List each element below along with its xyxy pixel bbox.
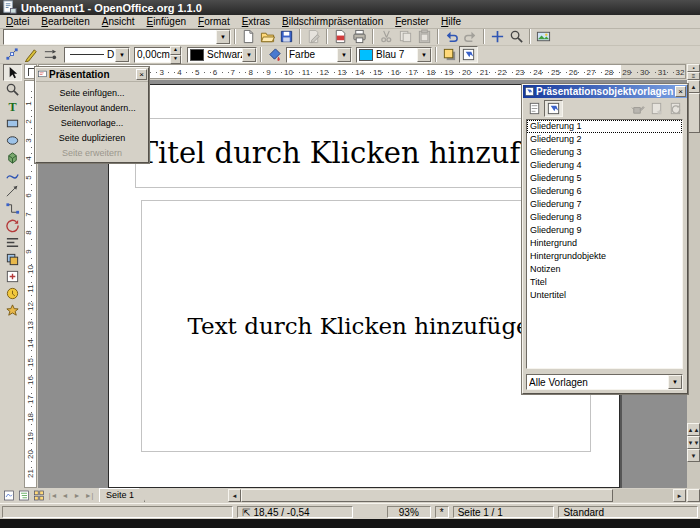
presentation-action-seite-einf-gen[interactable]: Seite einfügen...	[36, 86, 148, 101]
line-color-combobox[interactable]: Schwarz ▼	[187, 47, 257, 63]
scroll-right-button[interactable]: ►	[673, 489, 686, 502]
arrow-style-button[interactable]	[41, 46, 60, 63]
tool-zoom-button[interactable]	[3, 81, 22, 98]
drawing-view-button[interactable]	[2, 489, 16, 501]
style-item[interactable]: Hintergrundobjekte	[527, 250, 682, 263]
line-color-dropdown-button[interactable]: ▼	[242, 48, 256, 62]
status-zoom-field[interactable]: 93%	[387, 506, 431, 518]
presentation-action-seitenlayout-ndern[interactable]: Seitenlayout ändern...	[36, 101, 148, 116]
navigator-button[interactable]	[488, 28, 507, 45]
style-filter-combobox[interactable]: Alle Vorlagen ▼	[526, 374, 683, 390]
url-combobox[interactable]: ▼	[3, 29, 231, 45]
page-tab[interactable]: Seite 1	[99, 488, 145, 502]
gallery-button[interactable]	[534, 28, 553, 45]
open-document-button[interactable]	[258, 28, 277, 45]
copy-button[interactable]	[396, 28, 415, 45]
tool-text-button[interactable]: T	[3, 98, 22, 115]
new-style-from-selection-button[interactable]	[647, 100, 666, 117]
presentation-window-close-button[interactable]: ×	[136, 69, 147, 80]
scroll-left-button[interactable]: ◄	[228, 489, 241, 502]
style-item[interactable]: Untertitel	[527, 289, 682, 302]
tool-rectangle-button[interactable]	[3, 115, 22, 132]
undo-button[interactable]	[442, 28, 461, 45]
tool-effects-button[interactable]	[3, 302, 22, 319]
horizontal-scrollbar-thumb[interactable]	[241, 489, 613, 502]
menu-bildschirmprsentation[interactable]: Bildschirmpräsentation	[276, 16, 389, 28]
line-width-up-button[interactable]: ▲	[170, 46, 181, 55]
menu-einfgen[interactable]: Einfügen	[141, 16, 192, 28]
tool-alignment-button[interactable]	[3, 234, 22, 251]
previous-tab-button[interactable]: ◄	[59, 489, 71, 501]
style-item[interactable]: Gliederung 1	[527, 120, 682, 133]
new-document-button[interactable]	[239, 28, 258, 45]
edit-file-button[interactable]	[304, 28, 323, 45]
vertical-scrollbar[interactable]: ▲ ▲▲ ▼▼ ▼	[687, 80, 700, 488]
style-item[interactable]: Gliederung 7	[527, 198, 682, 211]
paste-button[interactable]	[415, 28, 434, 45]
line-style-dropdown-button[interactable]: ▼	[115, 48, 129, 62]
scroll-down-button[interactable]: ▼	[687, 449, 700, 462]
style-item[interactable]: Notizen	[527, 263, 682, 276]
vertical-scrollbar-thumb[interactable]	[687, 93, 700, 133]
tool-select-button[interactable]	[3, 64, 22, 81]
style-item[interactable]: Gliederung 8	[527, 211, 682, 224]
menu-datei[interactable]: Datei	[0, 16, 35, 28]
line-width-down-button[interactable]: ▼	[170, 55, 181, 64]
style-item[interactable]: Gliederung 9	[527, 224, 682, 237]
outline-view-button[interactable]	[17, 489, 31, 501]
fill-style-dropdown-button[interactable]: ▼	[337, 48, 351, 62]
status-page-field[interactable]: Seite 1 / 1	[453, 506, 555, 518]
next-page-button[interactable]: ▼▼	[687, 436, 700, 449]
line-width-spinner[interactable]: 0,00cm ▲▼	[134, 47, 182, 63]
previous-page-button[interactable]: ▲▲	[687, 423, 700, 436]
presentation-styles-button[interactable]	[525, 100, 544, 117]
url-dropdown-button[interactable]: ▼	[216, 30, 230, 44]
tool-curve-button[interactable]	[3, 166, 22, 183]
line-style-combobox[interactable]: D ▼	[64, 47, 130, 63]
shadow-button[interactable]	[440, 46, 459, 63]
style-item[interactable]: Gliederung 6	[527, 185, 682, 198]
last-page-button[interactable]: ►|	[83, 489, 95, 501]
menu-extras[interactable]: Extras	[236, 16, 276, 28]
tool-ellipse-button[interactable]	[3, 132, 22, 149]
ruler-options-button[interactable]: ≡	[687, 72, 700, 80]
presentation-action-seite-duplizieren[interactable]: Seite duplizieren	[36, 131, 148, 146]
presentation-window-titlebar[interactable]: Präsentation ×	[36, 68, 148, 82]
style-item[interactable]: Gliederung 3	[527, 146, 682, 159]
menu-format[interactable]: Format	[192, 16, 236, 28]
stylist-toggle-button[interactable]	[459, 46, 478, 63]
ruler-detach-button[interactable]: ▪	[687, 64, 700, 72]
save-document-button[interactable]	[277, 28, 296, 45]
slide-view-button[interactable]	[32, 489, 46, 501]
fill-format-mode-button[interactable]	[628, 100, 647, 117]
first-page-button[interactable]: |◄	[47, 489, 59, 501]
fill-color-combobox[interactable]: Blau 7 ▼	[356, 47, 432, 63]
stylist-titlebar[interactable]: Präsentationsobjektvorlagen ×	[523, 85, 687, 98]
export-pdf-button[interactable]	[331, 28, 350, 45]
stylist-close-button[interactable]: ×	[675, 86, 686, 97]
tool-rotate-button[interactable]	[3, 217, 22, 234]
style-item[interactable]: Gliederung 5	[527, 172, 682, 185]
tool-objects-3d-button[interactable]	[3, 149, 22, 166]
menu-bearbeiten[interactable]: Bearbeiten	[35, 16, 95, 28]
area-style-button[interactable]	[265, 46, 284, 63]
presentation-action-seitenvorlage[interactable]: Seitenvorlage...	[36, 116, 148, 131]
edit-points-button[interactable]	[3, 46, 22, 63]
menu-hilfe[interactable]: Hilfe	[435, 16, 467, 28]
tool-interaction-button[interactable]	[3, 285, 22, 302]
graphic-styles-button[interactable]	[544, 100, 563, 117]
status-template-field[interactable]: Standard	[558, 506, 698, 518]
fill-style-combobox[interactable]: Farbe ▼	[286, 47, 352, 63]
next-tab-button[interactable]: ►	[71, 489, 83, 501]
style-item[interactable]: Titel	[527, 276, 682, 289]
tool-arrange-button[interactable]	[3, 251, 22, 268]
horizontal-scrollbar[interactable]: ◄ ►	[228, 489, 686, 502]
tool-insert-button[interactable]	[3, 268, 22, 285]
style-filter-dropdown-button[interactable]: ▼	[668, 375, 682, 389]
redo-button[interactable]	[461, 28, 480, 45]
style-item[interactable]: Gliederung 4	[527, 159, 682, 172]
cut-button[interactable]	[377, 28, 396, 45]
tool-connector-button[interactable]	[3, 200, 22, 217]
update-style-button[interactable]	[666, 100, 685, 117]
line-button[interactable]	[22, 46, 41, 63]
